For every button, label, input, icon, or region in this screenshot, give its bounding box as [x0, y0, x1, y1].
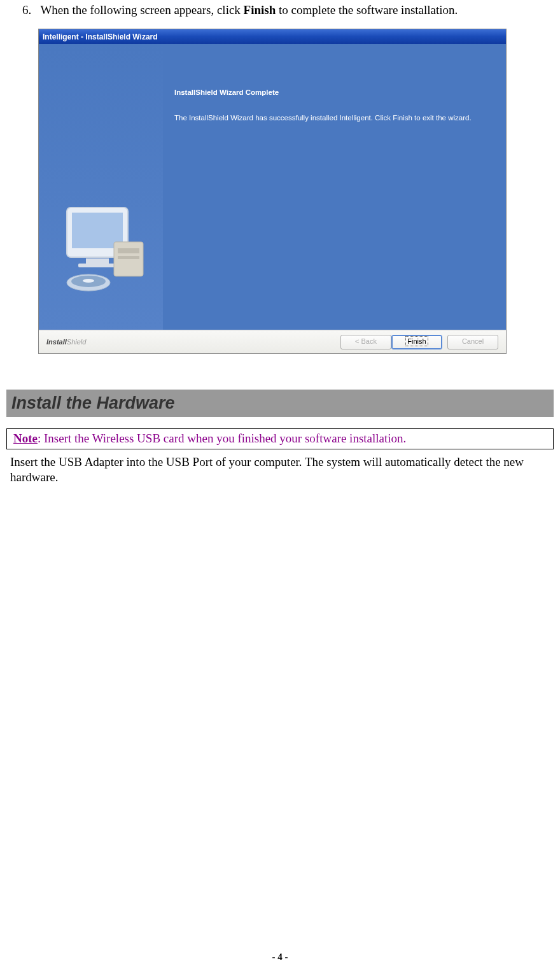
step-bold: Finish — [244, 3, 276, 17]
note-label: Note — [13, 432, 38, 445]
page-number: - 4 - — [0, 952, 560, 962]
dialog-sidebar — [39, 44, 163, 330]
svg-rect-6 — [118, 256, 139, 259]
instruction-step: 6. When the following screen appears, cl… — [22, 3, 554, 17]
installer-dialog: Intelligent - InstallShield Wizard — [38, 29, 507, 354]
dialog-titlebar: Intelligent - InstallShield Wizard — [39, 29, 506, 44]
section-body: Insert the USB Adapter into the USB Port… — [10, 454, 550, 486]
back-button: < Back — [340, 335, 391, 349]
step-text-2: to complete the software installation. — [276, 3, 458, 17]
dialog-footer: InstallShield < Back Finish Cancel — [39, 330, 506, 353]
wizard-body-text: The InstallShield Wizard has successfull… — [174, 113, 491, 123]
computer-install-icon — [53, 202, 151, 298]
note-box: Note: Insert the Wireless USB card when … — [6, 428, 554, 449]
dialog-title: Intelligent - InstallShield Wizard — [43, 32, 158, 41]
finish-button[interactable]: Finish — [391, 335, 442, 349]
note-text: : Insert the Wireless USB card when you … — [38, 432, 406, 445]
svg-rect-5 — [118, 248, 139, 253]
step-number: 6. — [22, 3, 38, 17]
svg-rect-3 — [78, 264, 116, 267]
svg-rect-2 — [86, 258, 109, 264]
cancel-button: Cancel — [447, 335, 498, 349]
dialog-body: InstallShield Wizard Complete The Instal… — [39, 44, 506, 330]
footer-brand: InstallShield — [46, 338, 86, 346]
wizard-heading: InstallShield Wizard Complete — [174, 88, 491, 96]
section-heading: Install the Hardware — [6, 390, 554, 417]
svg-point-9 — [83, 279, 94, 283]
step-text-1: When the following screen appears, click — [40, 3, 243, 17]
dialog-content: InstallShield Wizard Complete The Instal… — [163, 44, 506, 330]
